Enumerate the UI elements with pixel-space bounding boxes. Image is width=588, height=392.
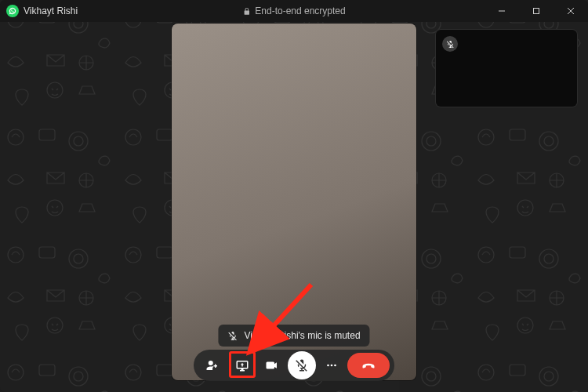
share-screen-button[interactable] [228, 353, 256, 378]
toggle-video-button[interactable] [258, 353, 286, 378]
titlebar-left: Vikhayt Rishi [0, 5, 78, 17]
toast-text: Vikhayt Rishi's mic is muted [244, 330, 360, 341]
toggle-mic-button[interactable] [288, 351, 316, 379]
more-options-button[interactable] [318, 353, 346, 378]
mic-muted-toast: Vikhayt Rishi's mic is muted [218, 325, 369, 347]
titlebar: Vikhayt Rishi End-to-end encrypted [0, 0, 588, 22]
svg-point-8 [334, 365, 336, 367]
maximize-button[interactable] [519, 0, 554, 22]
end-call-button[interactable] [347, 353, 390, 378]
contact-name: Vikhayt Rishi [24, 5, 78, 16]
add-participant-button[interactable] [198, 353, 227, 378]
mic-muted-icon [227, 331, 238, 341]
svg-rect-5 [534, 9, 539, 14]
lock-icon [242, 7, 251, 16]
encryption-label: End-to-end encrypted [255, 5, 345, 16]
minimize-button[interactable] [485, 0, 519, 22]
encryption-indicator: End-to-end encrypted [242, 5, 345, 16]
call-window: Vikhayt Rishi End-to-end encrypted Vikha… [0, 0, 588, 392]
whatsapp-logo-icon [6, 5, 19, 17]
svg-point-6 [327, 365, 329, 367]
svg-point-7 [331, 365, 333, 367]
call-controls [194, 350, 394, 381]
self-preview[interactable] [436, 30, 577, 107]
close-button[interactable] [554, 0, 588, 22]
self-mic-muted-icon [442, 36, 458, 52]
window-controls [485, 0, 588, 22]
